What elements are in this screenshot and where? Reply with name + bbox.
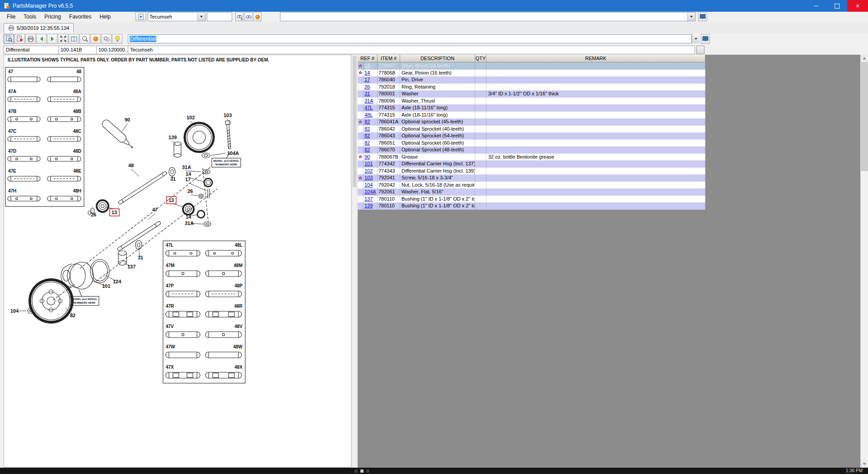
- part-search-field[interactable]: Differential: [128, 34, 692, 43]
- tips-button[interactable]: [112, 34, 122, 44]
- diagram-callout-17[interactable]: 17: [185, 177, 191, 182]
- chevron-down-icon[interactable]: [197, 13, 205, 21]
- add-to-order-button[interactable]: [14, 34, 25, 44]
- table-row[interactable]: 47L774315Axle (18-11/16" long): [358, 104, 705, 112]
- diagram-callout-101[interactable]: 101: [102, 283, 110, 289]
- table-row[interactable]: 82786051Optional Sprocket (60-teeth): [358, 140, 705, 147]
- ref-link[interactable]: 139: [364, 203, 373, 208]
- ref-link[interactable]: 48L: [364, 112, 373, 117]
- ref-link[interactable]: 104A: [364, 189, 376, 194]
- diagram-callout-13[interactable]: 13: [168, 197, 174, 203]
- ref-link[interactable]: 26: [364, 84, 370, 89]
- table-row[interactable]: 101774342Differential Carrier Hsg (Incl.…: [358, 160, 705, 168]
- illustration-scrollbar[interactable]: [352, 55, 357, 468]
- part-search-dropdown[interactable]: [692, 34, 700, 43]
- column-header-item[interactable]: ITEM #: [378, 55, 400, 62]
- diagram-callout-31A[interactable]: 31A: [185, 221, 194, 226]
- taskbar-app-icon[interactable]: [366, 469, 369, 473]
- table-row[interactable]: 90788067BGrease32 oz. bottle Bentonite g…: [358, 154, 705, 161]
- table-row[interactable]: 26792018Ring, Retaining: [358, 84, 705, 91]
- table-row[interactable]: 31780001Washer3/4" ID x 1-1/2" OD x 1/16…: [358, 90, 705, 98]
- ref-link[interactable]: 101: [364, 161, 373, 166]
- diagram-callout-26[interactable]: 26: [91, 212, 96, 217]
- table-row[interactable]: 137780110Bushing (1" ID x 1-1/8" OD x 2"…: [358, 196, 705, 203]
- fit-view-button[interactable]: [58, 34, 68, 44]
- find-button[interactable]: [244, 12, 252, 21]
- table-row[interactable]: 48L774315Axle (18-11/16" long): [358, 112, 705, 119]
- manufacturer-combobox[interactable]: Tecumseh: [148, 12, 205, 21]
- lookup-page-button[interactable]: [135, 12, 146, 21]
- catalog-book-button[interactable]: [701, 34, 710, 44]
- diagram-callout-104A[interactable]: 104A: [227, 150, 239, 156]
- table-row[interactable]: 13778067Gear, Bevel (16 teeth): [358, 62, 705, 70]
- ref-link[interactable]: 90: [364, 154, 370, 160]
- settings-button[interactable]: [101, 34, 112, 44]
- taskbar-app-icon[interactable]: [360, 469, 364, 473]
- diagram-callout-31A[interactable]: 31A: [182, 164, 191, 170]
- ref-link[interactable]: 47L: [364, 105, 373, 110]
- scrollbar-thumb[interactable]: [861, 62, 868, 171]
- menu-help[interactable]: Help: [95, 12, 115, 22]
- table-row[interactable]: 31A780096Washer, Thrust: [358, 98, 705, 105]
- table-row[interactable]: 104792042Nut, Lock, 5/16-18 (Use as requ…: [358, 182, 705, 189]
- ref-link[interactable]: 14: [364, 70, 370, 75]
- table-row[interactable]: 104A792061Washer, Flat, 5/16": [358, 188, 705, 196]
- maximize-button[interactable]: [826, 0, 847, 12]
- context-more-button[interactable]: [696, 46, 705, 54]
- hotspot-toggle-button[interactable]: [90, 34, 101, 44]
- ref-link[interactable]: 31A: [364, 98, 373, 103]
- column-header-description[interactable]: DESCRIPTION: [400, 55, 475, 62]
- table-row[interactable]: 17786040Pin, Drive: [358, 76, 705, 84]
- diagram-callout-31[interactable]: 31: [138, 255, 143, 260]
- diagram-callout-137[interactable]: 137: [127, 264, 135, 269]
- diagram-callout-13[interactable]: 13: [112, 210, 117, 215]
- ref-link[interactable]: 13: [364, 63, 370, 68]
- preview-report-button[interactable]: [4, 34, 14, 44]
- table-row[interactable]: 82786042Optional Sprocket (40-teeth): [358, 126, 705, 133]
- ref-link[interactable]: 104: [364, 182, 373, 188]
- ref-link[interactable]: 102: [364, 168, 373, 174]
- diagram-callout-90[interactable]: 90: [125, 117, 130, 122]
- diagram-callout-124[interactable]: 124: [113, 279, 121, 284]
- model-combobox[interactable]: [280, 12, 695, 21]
- column-header-ref[interactable]: REF #: [358, 55, 378, 62]
- scroll-up-button[interactable]: [861, 55, 868, 62]
- diagram-callout-26[interactable]: 26: [187, 188, 193, 194]
- windows-taskbar[interactable]: 1:36 PM: [0, 468, 868, 474]
- scrollbar-thumb[interactable]: [353, 56, 356, 187]
- diagram-callout-82[interactable]: 82: [70, 313, 75, 318]
- menu-tools[interactable]: Tools: [19, 12, 40, 22]
- close-button[interactable]: ×: [847, 0, 868, 12]
- table-row[interactable]: 139780110Bushing (1" ID x 1-1/8" OD x 2"…: [358, 202, 705, 210]
- menu-pricing[interactable]: Pricing: [40, 12, 65, 22]
- back-button[interactable]: [36, 34, 47, 44]
- menu-file[interactable]: File: [3, 12, 19, 22]
- diagram-callout-102[interactable]: 102: [187, 115, 195, 120]
- zoom-button[interactable]: [79, 34, 90, 44]
- taskbar-app-icon[interactable]: [355, 469, 358, 473]
- table-scrollbar[interactable]: [860, 55, 868, 468]
- diagram-callout-47[interactable]: 47: [152, 207, 158, 212]
- table-row[interactable]: 82786070Optional Sprocket (48-teeth): [358, 146, 705, 154]
- forward-button[interactable]: [47, 34, 57, 44]
- diagram-callout-139[interactable]: 139: [168, 135, 177, 140]
- ref-link[interactable]: 82: [364, 119, 370, 124]
- diagram-callout-48[interactable]: 48: [128, 163, 134, 168]
- find-add-button[interactable]: [235, 12, 243, 21]
- minimize-button[interactable]: [806, 0, 826, 12]
- diagram-callout-14[interactable]: 14: [186, 214, 191, 220]
- print-button[interactable]: [25, 34, 36, 44]
- catalog-book-button[interactable]: [698, 12, 707, 21]
- ref-link[interactable]: 17: [364, 77, 370, 82]
- diagram-callout-104[interactable]: 104: [10, 308, 19, 314]
- ref-link[interactable]: 82: [364, 147, 370, 152]
- ref-link[interactable]: 82: [364, 140, 370, 145]
- split-view-button[interactable]: [69, 34, 79, 44]
- tab-session[interactable]: 5/30/2019 12:35:55.134: [4, 23, 74, 33]
- diagram-callout-14[interactable]: 14: [186, 171, 191, 177]
- ref-link[interactable]: 82: [364, 126, 370, 131]
- chevron-down-icon[interactable]: [687, 13, 695, 21]
- column-header-remark[interactable]: REMARK: [486, 55, 705, 62]
- alert-button[interactable]: [253, 12, 261, 21]
- table-row[interactable]: 102774343Differential Carrier Hsg (Incl.…: [358, 168, 705, 175]
